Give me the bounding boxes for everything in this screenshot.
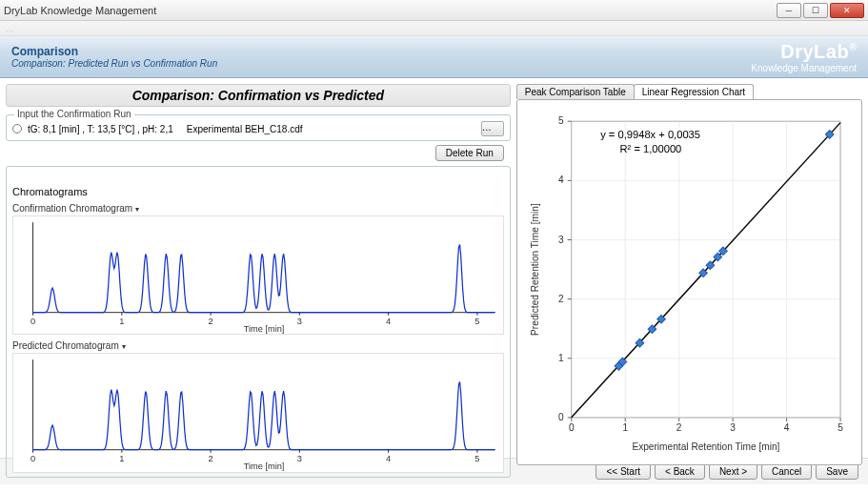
svg-text:Experimental Retention Time [m: Experimental Retention Time [min] bbox=[632, 441, 779, 452]
header-subtitle: Comparison: Predicted Run vs Confirmatio… bbox=[11, 58, 217, 69]
svg-text:1: 1 bbox=[119, 454, 124, 463]
main-title: Comparison: Confirmation vs Predicted bbox=[6, 84, 511, 107]
window-title: DryLab Knowledge Management bbox=[4, 5, 156, 16]
svg-text:Time [min]: Time [min] bbox=[244, 324, 285, 334]
dropdown-icon[interactable]: ▾ bbox=[135, 205, 139, 214]
save-button[interactable]: Save bbox=[816, 463, 858, 480]
conf-chrom-label: Confirmation Chromatogram bbox=[12, 203, 132, 214]
svg-text:3: 3 bbox=[730, 422, 736, 433]
svg-text:5: 5 bbox=[474, 454, 479, 463]
svg-text:2: 2 bbox=[676, 422, 682, 433]
svg-text:3: 3 bbox=[297, 317, 302, 326]
svg-text:3: 3 bbox=[558, 235, 564, 245]
minimize-button[interactable]: ─ bbox=[777, 3, 801, 18]
svg-text:2: 2 bbox=[209, 317, 213, 326]
close-button[interactable]: ✕ bbox=[830, 3, 864, 18]
confirmation-chrom-plot: 012345Time [min] bbox=[12, 215, 504, 335]
svg-text:1: 1 bbox=[622, 422, 628, 433]
browse-button[interactable]: … bbox=[481, 121, 504, 136]
svg-text:4: 4 bbox=[784, 422, 790, 433]
svg-text:5: 5 bbox=[474, 317, 479, 326]
svg-text:1: 1 bbox=[558, 353, 564, 363]
window-titlebar: DryLab Knowledge Management ─ ☐ ✕ bbox=[0, 0, 868, 21]
cancel-button[interactable]: Cancel bbox=[761, 463, 812, 480]
svg-text:0: 0 bbox=[30, 454, 35, 463]
svg-text:y = 0,9948x  + 0,0035: y = 0,9948x + 0,0035 bbox=[600, 129, 700, 140]
svg-text:3: 3 bbox=[297, 454, 302, 463]
brand-logo: DryLab® Knowledge Management bbox=[751, 41, 857, 73]
header-title: Comparison bbox=[11, 45, 217, 58]
svg-text:0: 0 bbox=[569, 422, 575, 433]
chromatograms-group: Chromatograms Confirmation Chromatogram … bbox=[6, 166, 511, 478]
delete-run-button[interactable]: Delete Run bbox=[435, 145, 504, 161]
dropdown-icon[interactable]: ▾ bbox=[122, 342, 126, 351]
predicted-chrom-plot: 012345Time [min] bbox=[12, 353, 504, 472]
svg-text:2: 2 bbox=[558, 294, 564, 304]
pred-chrom-label: Predicted Chromatogram bbox=[12, 340, 119, 351]
input-legend: Input the Confirmation Run bbox=[14, 109, 134, 119]
svg-text:0: 0 bbox=[30, 317, 35, 326]
back-button[interactable]: < Back bbox=[655, 463, 705, 480]
chrom-legend: Chromatograms bbox=[12, 186, 504, 197]
tab-peak-comparison[interactable]: Peak Comparison Table bbox=[516, 84, 635, 99]
svg-text:Predicted Retention Time [min]: Predicted Retention Time [min] bbox=[530, 203, 540, 336]
svg-text:R² = 1,00000: R² = 1,00000 bbox=[619, 143, 681, 154]
svg-text:2: 2 bbox=[209, 454, 213, 463]
run-params: tG: 8,1 [min] , T: 13,5 [°C] , pH: 2,1 bbox=[28, 124, 173, 134]
header-band: Comparison Comparison: Predicted Run vs … bbox=[0, 36, 868, 78]
regression-chart: 012345012345y = 0,9948x + 0,0035R² = 1,0… bbox=[516, 99, 862, 465]
run-file: Experimental BEH_C18.cdf bbox=[187, 124, 303, 134]
maximize-button[interactable]: ☐ bbox=[803, 3, 828, 18]
svg-text:1: 1 bbox=[119, 317, 124, 326]
tab-linear-regression[interactable]: Linear Regression Chart bbox=[634, 84, 754, 99]
svg-text:4: 4 bbox=[386, 454, 391, 463]
svg-text:4: 4 bbox=[386, 317, 391, 326]
tab-strip: Peak Comparison Table Linear Regression … bbox=[516, 84, 862, 99]
start-button[interactable]: << Start bbox=[595, 463, 651, 480]
svg-text:4: 4 bbox=[558, 174, 564, 185]
svg-text:5: 5 bbox=[838, 422, 843, 433]
svg-text:5: 5 bbox=[558, 115, 564, 126]
ghost-toolbar: … bbox=[0, 21, 868, 36]
input-group: Input the Confirmation Run tG: 8,1 [min]… bbox=[6, 114, 511, 141]
svg-text:0: 0 bbox=[558, 412, 564, 422]
svg-text:Time [min]: Time [min] bbox=[244, 462, 285, 472]
next-button[interactable]: Next > bbox=[709, 463, 757, 480]
run-radio[interactable] bbox=[12, 124, 22, 133]
window-buttons: ─ ☐ ✕ bbox=[777, 3, 864, 18]
